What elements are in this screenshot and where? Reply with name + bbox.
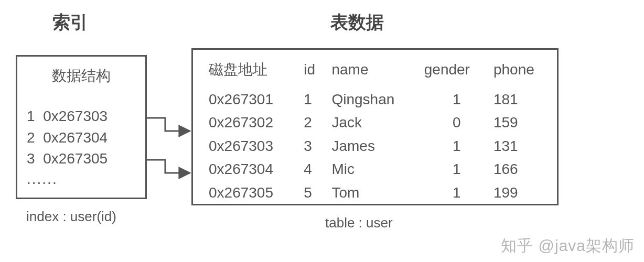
table-row: 0x2673044Mic1166: [209, 158, 545, 181]
cell-name: Tom: [331, 181, 424, 205]
cell-id: 5: [304, 181, 331, 205]
arrows: [142, 113, 199, 191]
table-row: 0x2673033James1131: [209, 135, 545, 158]
cell-address: 0x267302: [209, 111, 304, 135]
title-index: 索引: [52, 10, 88, 35]
cell-phone: 166: [493, 158, 545, 181]
cell-gender: 1: [424, 181, 493, 205]
caption-table: table : user: [325, 215, 393, 231]
index-ellipsis: ......: [27, 171, 136, 188]
table-row: 0x2673022Jack0159: [209, 111, 545, 135]
cell-id: 4: [304, 158, 331, 181]
cell-address: 0x267303: [209, 135, 304, 158]
cell-gender: 1: [424, 88, 493, 112]
cell-id: 1: [304, 88, 331, 112]
index-row-addr: 0x267303: [43, 108, 108, 124]
table-row: 0x2673011Qingshan1181: [209, 88, 545, 112]
table-box: 磁盘地址 id name gender phone 0x2673011Qings…: [191, 48, 559, 205]
cell-phone: 159: [493, 111, 545, 135]
index-row-num: 1: [27, 108, 35, 124]
cell-name: Qingshan: [331, 88, 424, 112]
index-box: 数据结构 1 0x2673032 0x2673043 0x267305 ....…: [16, 55, 147, 199]
table-header-row: 磁盘地址 id name gender phone: [209, 58, 545, 88]
cell-gender: 0: [424, 111, 493, 135]
table-row: 0x2673055Tom1199: [209, 181, 545, 205]
cell-phone: 199: [493, 181, 545, 205]
cell-name: James: [331, 135, 424, 158]
index-row: 1 0x267303: [27, 106, 136, 127]
index-row-num: 3: [27, 150, 35, 167]
watermark: 知乎 @java架构师: [501, 235, 635, 257]
index-row-num: 2: [27, 129, 35, 146]
cell-gender: 1: [424, 135, 493, 158]
col-header-address: 磁盘地址: [209, 58, 304, 88]
cell-id: 2: [304, 111, 331, 135]
col-header-gender: gender: [424, 58, 493, 88]
col-header-name: name: [331, 58, 424, 88]
index-row: 2 0x267304: [27, 127, 136, 149]
cell-address: 0x267304: [209, 158, 304, 181]
data-table: 磁盘地址 id name gender phone 0x2673011Qings…: [209, 58, 545, 205]
arrow-bottom: [147, 160, 190, 173]
cell-name: Mic: [331, 158, 424, 181]
arrow-top: [147, 118, 190, 131]
cell-phone: 181: [493, 88, 545, 112]
cell-address: 0x267305: [209, 181, 304, 205]
cell-phone: 131: [493, 135, 545, 158]
index-row-addr: 0x267304: [43, 129, 108, 146]
cell-id: 3: [304, 135, 331, 158]
cell-name: Jack: [331, 111, 424, 135]
index-row: 3 0x267305: [27, 148, 136, 170]
cell-address: 0x267301: [209, 88, 304, 112]
cell-gender: 1: [424, 158, 493, 181]
col-header-phone: phone: [493, 58, 545, 88]
caption-index: index : user(id): [26, 209, 116, 225]
index-row-addr: 0x267305: [43, 150, 108, 167]
title-table-data: 表数据: [330, 10, 384, 35]
col-header-id: id: [304, 58, 331, 88]
index-subheader: 数据结构: [27, 66, 136, 86]
